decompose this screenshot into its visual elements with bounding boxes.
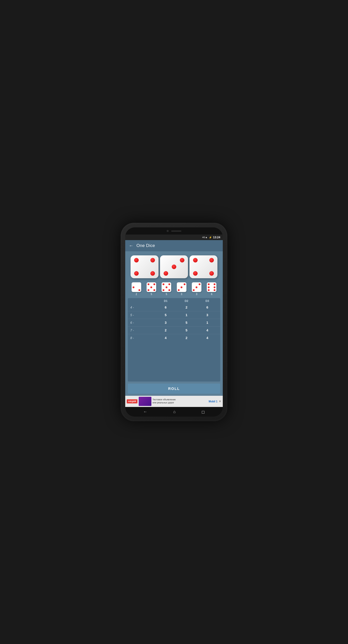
history-label-6: 6 [211, 293, 213, 296]
bottom-navigation: ← ⌂ ◻ [125, 407, 223, 417]
srow [163, 289, 170, 291]
die-dot [193, 258, 198, 262]
row-cell-d1-2: 5 [155, 313, 176, 317]
ad-banner: АКЦИЯ Тестовое объявление или реальных д… [125, 396, 223, 407]
srow [178, 289, 185, 291]
ad-text: Тестовое объявление или реальных дорог [153, 398, 208, 404]
die-dot [172, 265, 176, 269]
history-label-1: 2 [136, 293, 137, 296]
srow [193, 283, 200, 285]
nav-back-button[interactable]: ← [143, 409, 147, 414]
col-header-d3: D3 [197, 299, 218, 302]
die-dot [150, 258, 155, 262]
die-row-top [192, 258, 215, 262]
table-row: 5 - 5 1 3 [128, 311, 220, 319]
small-die-5b [162, 282, 171, 292]
srow [148, 289, 155, 291]
col-header-d1: D1 [155, 299, 176, 302]
ad-close-button[interactable]: ✕ [219, 400, 221, 403]
nav-home-button[interactable]: ⌂ [173, 409, 176, 414]
row-label-4: 7 - [130, 329, 155, 332]
srow [193, 286, 200, 288]
small-die-6 [207, 282, 216, 292]
die-row-top [163, 258, 185, 262]
row-label-5: 8 - [130, 336, 155, 340]
row-cell-d3-5: 4 [197, 336, 218, 340]
row-cell-d3-2: 3 [197, 313, 218, 317]
srow [163, 286, 170, 288]
row-cell-d3-1: 6 [197, 305, 218, 309]
row-cell-d2-1: 2 [176, 305, 197, 309]
die-dot [164, 271, 168, 276]
row-cell-d3-4: 4 [197, 328, 218, 332]
table-row: 6 - 3 5 1 [128, 319, 220, 327]
page-title: One Dice [136, 243, 155, 248]
die-dot [209, 271, 214, 276]
srow [133, 283, 140, 285]
die-row-top [133, 258, 156, 262]
die-dot [209, 258, 214, 262]
table-row: 7 - 2 5 4 [128, 327, 220, 334]
table-header: D1 D2 D3 [128, 298, 220, 304]
ad-logo: Mobil 1 [209, 400, 217, 403]
die-row-bottom [192, 271, 215, 276]
ad-image [139, 397, 151, 406]
row-cell-d2-5: 2 [176, 336, 197, 340]
row-label-1: 4 - [130, 306, 155, 309]
status-bar: 4G▲ ⚡ 13:24 [125, 235, 223, 240]
srow [208, 286, 215, 288]
signal-icon: 4G▲ [202, 236, 208, 239]
row-cell-d2-2: 1 [176, 313, 197, 317]
history-item-1: 2 [132, 282, 141, 296]
speaker [171, 230, 181, 232]
srow [148, 283, 155, 285]
app-screen: ← One Dice [125, 240, 223, 407]
phone-screen: 4G▲ ⚡ 13:24 ← One Dice [125, 227, 223, 417]
battery-icon: ⚡ [209, 236, 212, 239]
srow [133, 286, 140, 288]
history-label-5: 3 [196, 293, 197, 296]
row-cell-d3-3: 1 [197, 321, 218, 325]
phone-frame: 4G▲ ⚡ 13:24 ← One Dice [121, 223, 227, 421]
row-cell-d1-1: 6 [155, 305, 176, 309]
die-dot [150, 271, 155, 276]
die-dot [193, 271, 198, 276]
row-cell-d1-4: 2 [155, 328, 176, 332]
large-die-1 [131, 255, 159, 278]
srow [193, 289, 200, 291]
large-die-2 [160, 255, 188, 278]
col-header-d2: D2 [176, 299, 197, 302]
srow [148, 286, 155, 288]
history-item-6: 6 [207, 282, 216, 296]
die-dot [180, 258, 184, 262]
history-item-4: 3 [177, 282, 186, 296]
results-table: D1 D2 D3 4 - 6 2 6 5 - 5 1 3 [128, 298, 220, 382]
row-cell-d1-3: 3 [155, 321, 176, 325]
die-dot [134, 258, 139, 262]
roll-button[interactable]: ROLL [128, 384, 220, 394]
large-die-3 [189, 255, 217, 278]
row-cell-d2-4: 5 [176, 328, 197, 332]
history-item-2: 5 [147, 282, 156, 296]
die-row-bottom [163, 271, 185, 276]
die-row-bottom [133, 271, 156, 276]
small-die-5a [147, 282, 156, 292]
table-row: 4 - 6 2 6 [128, 304, 220, 311]
table-row: 8 - 4 2 4 [128, 334, 220, 342]
small-die-3b [192, 282, 201, 292]
srow [133, 289, 140, 291]
srow [178, 283, 185, 285]
history-item-5: 3 [192, 282, 201, 296]
srow [178, 286, 185, 288]
row-label-3: 6 - [130, 321, 155, 325]
history-item-3: 5 [162, 282, 171, 296]
camera [167, 230, 169, 232]
large-dice-display [128, 254, 220, 280]
small-die-3a [177, 282, 186, 292]
nav-recent-button[interactable]: ◻ [201, 409, 205, 414]
main-content: 2 [125, 251, 223, 396]
phone-top-bezel [125, 227, 223, 235]
back-button[interactable]: ← [129, 243, 133, 248]
row-cell-d1-5: 4 [155, 336, 176, 340]
srow [163, 283, 170, 285]
